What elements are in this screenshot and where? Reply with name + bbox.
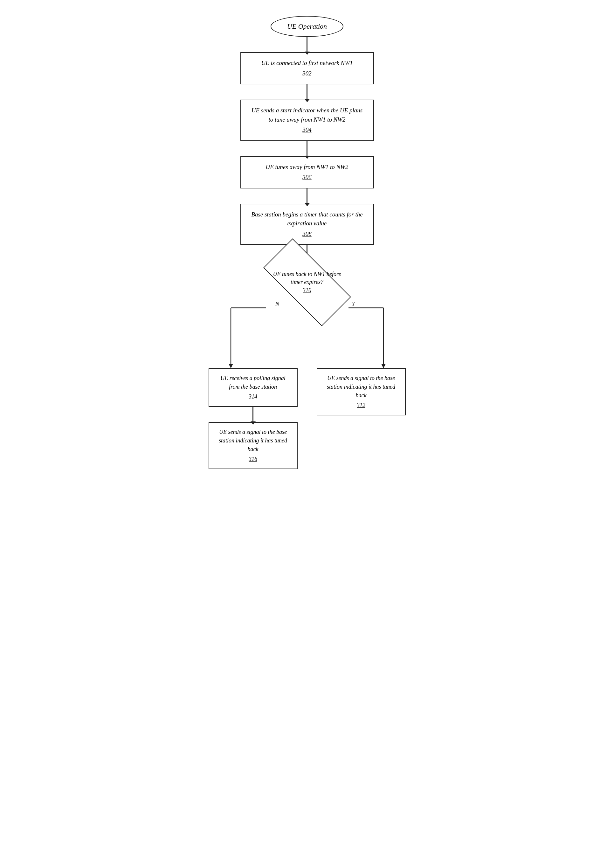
box-312-text: UE sends a signal to the base station in… xyxy=(327,375,395,398)
box-302-ref: 302 xyxy=(250,69,364,78)
box-302: UE is connected to first network NW1 302 xyxy=(240,52,374,84)
box-314: UE receives a polling signal from the ba… xyxy=(209,368,298,407)
left-branch: UE receives a polling signal from the ba… xyxy=(199,368,307,469)
start-oval: UE Operation xyxy=(271,16,343,37)
box-308-ref: 308 xyxy=(250,230,364,239)
box-306-text: UE tunes away from NW1 to NW2 xyxy=(265,163,348,170)
box-312-ref: 312 xyxy=(324,401,399,410)
box-308-text: Base station begins a timer that counts … xyxy=(251,211,363,227)
diamond-310-ref: 310 xyxy=(269,286,345,294)
diamond-310: UE tunes back to NW1 before timer expire… xyxy=(259,260,355,305)
arrow-2 xyxy=(307,84,307,100)
diamond-310-text: UE tunes back to NW1 before timer expire… xyxy=(259,270,355,294)
box-308: Base station begins a timer that counts … xyxy=(240,204,374,245)
svg-marker-3 xyxy=(229,364,233,368)
box-304-ref: 304 xyxy=(250,125,364,135)
svg-marker-7 xyxy=(381,364,386,368)
box-314-text: UE receives a polling signal from the ba… xyxy=(220,375,285,390)
oval-label: UE Operation xyxy=(287,22,327,30)
box-316: UE sends a signal to the base station in… xyxy=(209,422,298,469)
box-306: UE tunes away from NW1 to NW2 306 xyxy=(240,156,374,188)
box-314-ref: 314 xyxy=(216,392,291,401)
diamond-310-label: UE tunes back to NW1 before timer expire… xyxy=(273,271,341,285)
arrow-3 xyxy=(307,141,307,156)
right-branch: UE sends a signal to the base station in… xyxy=(307,368,415,415)
box-304-text: UE sends a start indicator when the UE p… xyxy=(251,107,363,123)
arrow-1 xyxy=(307,37,307,52)
box-316-text: UE sends a signal to the base station in… xyxy=(219,429,287,452)
arrow-6 xyxy=(253,407,253,422)
box-316-ref: 316 xyxy=(216,455,291,464)
box-304: UE sends a start indicator when the UE p… xyxy=(240,100,374,141)
box-312: UE sends a signal to the base station in… xyxy=(317,368,406,415)
flowchart: UE Operation UE is connected to first ne… xyxy=(196,6,419,485)
box-306-ref: 306 xyxy=(250,173,364,182)
box-302-text: UE is connected to first network NW1 xyxy=(261,59,353,66)
arrow-4 xyxy=(307,188,307,204)
